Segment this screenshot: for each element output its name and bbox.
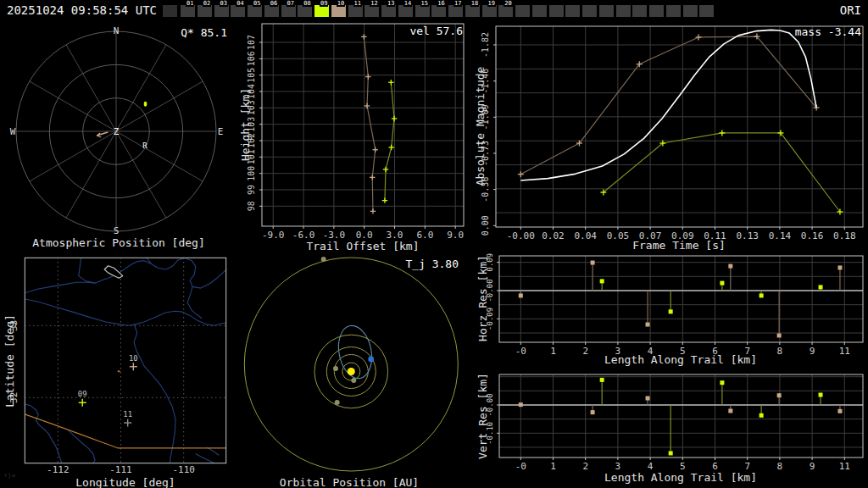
frame-thumb-02[interactable]	[198, 5, 212, 17]
frame-thumb[interactable]	[565, 5, 580, 17]
frame-thumb[interactable]	[549, 5, 564, 17]
svg-text:99: 99	[247, 185, 256, 195]
frame-number-label: 02	[203, 0, 211, 7]
q-star-overlay: Q* 85.1	[153, 26, 227, 39]
frame-thumb-18[interactable]	[465, 5, 480, 17]
grid	[499, 256, 863, 342]
axes-box	[496, 26, 863, 227]
frame-thumb-05[interactable]	[248, 5, 262, 17]
frame-thumb-20[interactable]	[498, 5, 513, 17]
frame-number-label: 15	[420, 0, 429, 7]
orbital-position-plot	[237, 251, 471, 488]
frame-thumb-04[interactable]	[231, 5, 245, 17]
frame-thumb-06[interactable]	[264, 5, 279, 17]
frame-thumb-08[interactable]	[298, 5, 312, 17]
frame-thumb-03[interactable]	[214, 5, 229, 17]
frame-number-label: 17	[453, 0, 462, 7]
frame-number-label: 09	[320, 0, 328, 7]
svg-text:2: 2	[582, 461, 588, 472]
river	[196, 454, 214, 463]
meteor-analysis-app: 20251024 09:58:54 UTC 010203040506070809…	[0, 0, 868, 488]
frame-thumb-10[interactable]	[331, 5, 346, 17]
orbits	[244, 258, 458, 471]
mass-overlay: mass -3.44	[763, 25, 861, 38]
sun	[348, 368, 355, 375]
svg-text:100: 100	[247, 166, 256, 181]
frame-thumb[interactable]	[699, 5, 714, 17]
svg-text:105: 105	[247, 68, 256, 83]
frame-thumb-11[interactable]	[348, 5, 363, 17]
frame-number-label: 14	[403, 0, 412, 7]
frame-thumb[interactable]	[632, 5, 647, 17]
frame-number-label: 19	[487, 0, 496, 7]
grid	[496, 26, 863, 227]
frame-thumb[interactable]	[649, 5, 664, 17]
svg-text:-110: -110	[172, 464, 195, 475]
frame-thumb[interactable]	[515, 5, 530, 17]
frame-number-label: 03	[220, 0, 228, 7]
frame-number-label: 13	[387, 0, 395, 7]
frame-thumb-09[interactable]	[314, 5, 329, 17]
frame-thumb-16[interactable]	[431, 5, 446, 17]
frame-thumb[interactable]	[532, 5, 547, 17]
frame-number-label: 08	[303, 0, 311, 7]
svg-text:0.18: 0.18	[833, 230, 856, 241]
frame-thumb[interactable]	[163, 5, 177, 17]
frame-number-label: 12	[370, 0, 378, 7]
frame-number-label: 18	[470, 0, 479, 7]
svg-text:1: 1	[550, 461, 556, 472]
frame-thumb-19[interactable]	[482, 5, 497, 17]
frame-thumb-17[interactable]	[448, 5, 463, 17]
axes-box	[262, 24, 464, 226]
svg-text:-0: -0	[515, 461, 526, 472]
svg-text:8: 8	[777, 346, 783, 357]
frame-thumb[interactable]	[666, 5, 681, 17]
series-station-2-yellow	[600, 279, 823, 313]
frame-thumb[interactable]	[683, 5, 698, 17]
frame-thumb[interactable]	[599, 5, 614, 17]
frame-thumb[interactable]	[582, 5, 597, 17]
frame-number-label: 04	[236, 0, 244, 7]
radiant-marker: R	[142, 141, 147, 150]
axes-box	[25, 258, 225, 463]
map-features	[21, 252, 227, 463]
frame-thumb-14[interactable]	[398, 5, 413, 17]
svg-text:107: 107	[247, 35, 256, 50]
frame-thumb-01[interactable]	[181, 5, 195, 17]
meteor-arrow-tan	[97, 132, 108, 137]
svg-text:-1.82: -1.82	[481, 32, 490, 58]
frame-thumb-15[interactable]	[415, 5, 430, 17]
svg-text:-112: -112	[47, 464, 70, 475]
magnitude-plot: -0.000.020.040.050.070.090.110.130.140.1…	[471, 20, 868, 251]
magnitude-xlabel: Frame Time [s]	[632, 239, 726, 252]
horz-res-xlabel: Length Along Trail [km]	[604, 353, 757, 366]
river	[79, 257, 95, 283]
trail-offset-plot: -9.0-6.0-3.00.03.06.09.01071061051041031…	[237, 20, 471, 251]
series-station-1-tan	[518, 34, 820, 178]
frame-thumb-13[interactable]	[381, 5, 396, 17]
svg-text:0.13: 0.13	[736, 230, 759, 241]
frame-thumb-12[interactable]	[364, 5, 379, 17]
svg-text:0.05: 0.05	[607, 230, 630, 241]
grid	[262, 24, 464, 226]
svg-text:Z: Z	[114, 126, 120, 137]
river	[21, 298, 227, 325]
country-border	[25, 414, 226, 448]
river	[187, 286, 202, 318]
river	[134, 324, 175, 463]
svg-text:E: E	[218, 126, 224, 137]
watermark: rjw	[4, 472, 16, 478]
svg-text:98: 98	[247, 201, 256, 211]
station-marker-11: 11	[123, 410, 132, 427]
river	[21, 258, 227, 294]
series-station-2-yellow	[600, 378, 823, 456]
frame-thumb-07[interactable]	[281, 5, 296, 17]
series-station-1-tan	[519, 393, 843, 414]
vert-res-ylabel: Vert Res [km]	[476, 373, 489, 459]
planet-mars	[335, 400, 340, 405]
shower-code-label: ORI	[840, 3, 861, 17]
frame-number-label: 01	[186, 0, 194, 7]
frame-thumb[interactable]	[616, 5, 631, 17]
map-xlabel: Longitude [deg]	[75, 476, 175, 488]
ticks: -0.000.020.040.050.070.090.110.130.140.1…	[481, 32, 856, 241]
